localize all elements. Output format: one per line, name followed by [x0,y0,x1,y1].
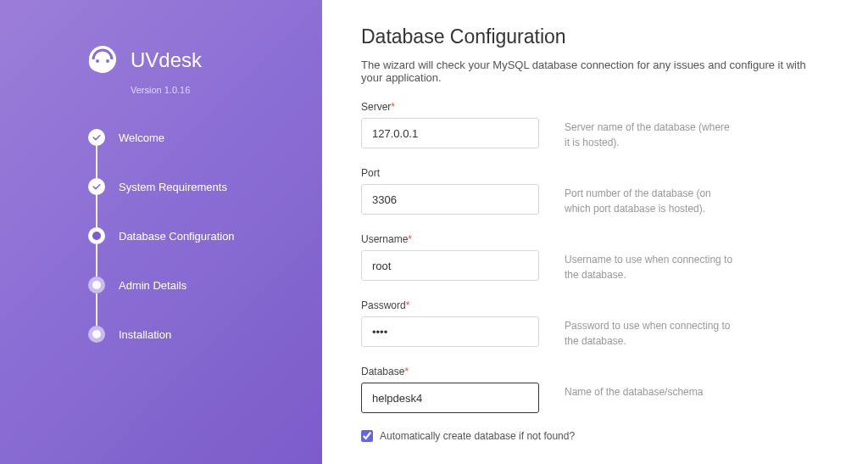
step-welcome[interactable]: Welcome [88,129,288,178]
step-label: Admin Details [119,279,186,292]
database-label: Database* [361,366,539,377]
field-username-row: Username* Username to use when connectin… [361,233,829,282]
port-input[interactable] [361,184,539,215]
username-help: Username to use when connecting to the d… [565,233,734,282]
step-installation[interactable]: Installation [88,326,288,343]
svg-point-1 [96,59,99,63]
step-label: System Requirements [119,181,227,193]
wizard-steps: Welcome System Requirements Database Con… [85,129,288,343]
step-system-requirements[interactable]: System Requirements [88,178,288,227]
svg-point-2 [106,59,109,63]
port-label: Port [361,167,539,179]
page-title: Database Configuration [361,25,829,48]
field-port-row: Port Port number of the database (on whi… [361,167,829,216]
main-content: Database Configuration The wizard will c… [322,0,868,464]
database-input[interactable] [361,383,539,413]
password-input[interactable] [361,316,539,347]
step-admin-details[interactable]: Admin Details [88,277,288,326]
field-password-row: Password* Password to use when connectin… [361,299,829,349]
brand-version: Version 1.0.16 [131,85,288,95]
auto-create-db-checkbox[interactable] [361,430,373,442]
page-description: The wizard will check your MySQL databas… [361,59,829,84]
sidebar: UVdesk Version 1.0.16 Welcome System Req… [0,0,322,464]
server-input[interactable] [361,118,539,148]
server-help: Server name of the database (where it is… [565,101,734,150]
password-help: Password to use when connecting to the d… [565,299,734,349]
field-database-row: Database* Name of the database/schema [361,366,829,413]
step-label: Database Configuration [119,230,235,243]
auto-create-db-row: Automatically create database if not fou… [361,430,829,442]
password-label: Password* [361,299,539,311]
username-input[interactable] [361,250,539,281]
server-label: Server* [361,101,539,113]
svg-point-3 [94,68,97,71]
check-icon [88,129,105,146]
brand-logo-icon [85,42,120,78]
auto-create-db-label: Automatically create database if not fou… [380,430,575,442]
step-database-configuration[interactable]: Database Configuration [88,227,288,277]
current-step-icon [88,227,105,244]
step-label: Installation [119,328,171,341]
database-help: Name of the database/schema [565,366,734,413]
check-icon [88,178,105,195]
brand-block: UVdesk [85,42,288,78]
username-label: Username* [361,233,539,245]
port-help: Port number of the database (on which po… [565,167,734,216]
pending-step-icon [88,277,105,293]
step-label: Welcome [119,131,164,144]
field-server-row: Server* Server name of the database (whe… [361,101,829,150]
pending-step-icon [88,326,105,343]
brand-name: UVdesk [131,48,202,72]
